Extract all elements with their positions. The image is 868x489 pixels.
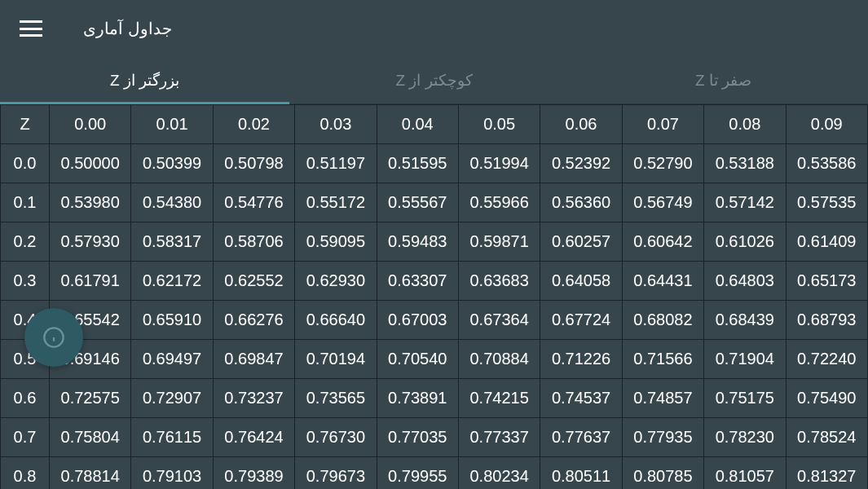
info-icon	[42, 326, 65, 349]
hamburger-menu-icon[interactable]	[20, 20, 42, 37]
probability-cell: 0.64803	[704, 262, 786, 301]
col-header: 0.06	[540, 105, 622, 144]
z-value-cell: 0.8	[1, 457, 50, 490]
z-value-cell: 0.3	[1, 262, 50, 301]
col-header: 0.02	[213, 105, 294, 144]
probability-cell: 0.71226	[540, 340, 622, 379]
probability-cell: 0.52392	[540, 144, 622, 183]
probability-cell: 0.70884	[458, 340, 540, 379]
probability-cell: 0.72240	[786, 340, 867, 379]
probability-cell: 0.50399	[131, 144, 213, 183]
probability-cell: 0.56749	[622, 183, 703, 222]
probability-cell: 0.59095	[295, 222, 377, 262]
probability-cell: 0.69497	[131, 340, 213, 379]
table-row: 0.00.500000.503990.507980.511970.515950.…	[1, 144, 868, 183]
probability-cell: 0.67003	[377, 301, 458, 340]
col-header: 0.08	[704, 105, 786, 144]
probability-cell: 0.77935	[622, 418, 703, 457]
probability-cell: 0.51595	[377, 144, 458, 183]
probability-cell: 0.57142	[704, 183, 786, 222]
probability-cell: 0.78814	[50, 457, 131, 490]
probability-cell: 0.77035	[377, 418, 458, 457]
probability-cell: 0.77637	[540, 418, 622, 457]
table-row: 0.50.691460.694970.698470.701940.705400.…	[1, 340, 868, 379]
probability-cell: 0.51197	[295, 144, 377, 183]
probability-cell: 0.73237	[213, 379, 294, 418]
z-value-cell: 0.1	[1, 183, 50, 222]
probability-cell: 0.55966	[458, 183, 540, 222]
probability-cell: 0.68439	[704, 301, 786, 340]
probability-cell: 0.66640	[295, 301, 377, 340]
probability-cell: 0.73891	[377, 379, 458, 418]
z-table: Z0.000.010.020.030.040.050.060.070.080.0…	[0, 104, 868, 489]
probability-cell: 0.61791	[50, 262, 131, 301]
probability-cell: 0.81057	[704, 457, 786, 490]
z-table-wrapper[interactable]: Z0.000.010.020.030.040.050.060.070.080.0…	[0, 104, 868, 489]
probability-cell: 0.76730	[295, 418, 377, 457]
table-row: 0.10.539800.543800.547760.551720.555670.…	[1, 183, 868, 222]
probability-cell: 0.51994	[458, 144, 540, 183]
probability-cell: 0.69847	[213, 340, 294, 379]
probability-cell: 0.55172	[295, 183, 377, 222]
probability-cell: 0.65910	[131, 301, 213, 340]
probability-cell: 0.74857	[622, 379, 703, 418]
probability-cell: 0.63683	[458, 262, 540, 301]
probability-cell: 0.63307	[377, 262, 458, 301]
probability-cell: 0.67364	[458, 301, 540, 340]
probability-cell: 0.66276	[213, 301, 294, 340]
probability-cell: 0.76424	[213, 418, 294, 457]
tab-less-than-z[interactable]: کوچکتر از Z	[289, 57, 579, 104]
table-row: 0.30.617910.621720.625520.629300.633070.…	[1, 262, 868, 301]
table-row: 0.40.655420.659100.662760.666400.670030.…	[1, 301, 868, 340]
probability-cell: 0.71566	[622, 340, 703, 379]
probability-cell: 0.74537	[540, 379, 622, 418]
page-title: جداول آماری	[83, 19, 172, 38]
probability-cell: 0.54380	[131, 183, 213, 222]
probability-cell: 0.64058	[540, 262, 622, 301]
tab-zero-to-z[interactable]: صفر تا Z	[579, 57, 868, 104]
probability-cell: 0.70194	[295, 340, 377, 379]
tab-bar: بزرگتر از Z کوچکتر از Z صفر تا Z	[0, 57, 868, 104]
info-fab-button[interactable]	[24, 308, 83, 367]
probability-cell: 0.53586	[786, 144, 867, 183]
tab-greater-than-z[interactable]: بزرگتر از Z	[0, 57, 289, 104]
probability-cell: 0.59483	[377, 222, 458, 262]
probability-cell: 0.61409	[786, 222, 867, 262]
probability-cell: 0.72575	[50, 379, 131, 418]
z-value-cell: 0.6	[1, 379, 50, 418]
probability-cell: 0.64431	[622, 262, 703, 301]
probability-cell: 0.79103	[131, 457, 213, 490]
probability-cell: 0.78524	[786, 418, 867, 457]
probability-cell: 0.60642	[622, 222, 703, 262]
col-header: 0.03	[295, 105, 377, 144]
z-value-cell: 0.2	[1, 222, 50, 262]
z-value-cell: 0.0	[1, 144, 50, 183]
probability-cell: 0.73565	[295, 379, 377, 418]
probability-cell: 0.74215	[458, 379, 540, 418]
probability-cell: 0.78230	[704, 418, 786, 457]
col-header: 0.05	[458, 105, 540, 144]
col-header: 0.09	[786, 105, 867, 144]
table-row: 0.60.725750.729070.732370.735650.738910.…	[1, 379, 868, 418]
probability-cell: 0.75490	[786, 379, 867, 418]
probability-cell: 0.80511	[540, 457, 622, 490]
table-row: 0.20.579300.583170.587060.590950.594830.…	[1, 222, 868, 262]
probability-cell: 0.60257	[540, 222, 622, 262]
app-header: جداول آماری	[0, 0, 868, 57]
probability-cell: 0.70540	[377, 340, 458, 379]
probability-cell: 0.67724	[540, 301, 622, 340]
z-header: Z	[1, 105, 50, 144]
probability-cell: 0.50798	[213, 144, 294, 183]
probability-cell: 0.57930	[50, 222, 131, 262]
probability-cell: 0.59871	[458, 222, 540, 262]
probability-cell: 0.75175	[704, 379, 786, 418]
probability-cell: 0.80234	[458, 457, 540, 490]
col-header: 0.04	[377, 105, 458, 144]
probability-cell: 0.58317	[131, 222, 213, 262]
probability-cell: 0.77337	[458, 418, 540, 457]
probability-cell: 0.68793	[786, 301, 867, 340]
probability-cell: 0.76115	[131, 418, 213, 457]
probability-cell: 0.81327	[786, 457, 867, 490]
probability-cell: 0.71904	[704, 340, 786, 379]
probability-cell: 0.53188	[704, 144, 786, 183]
